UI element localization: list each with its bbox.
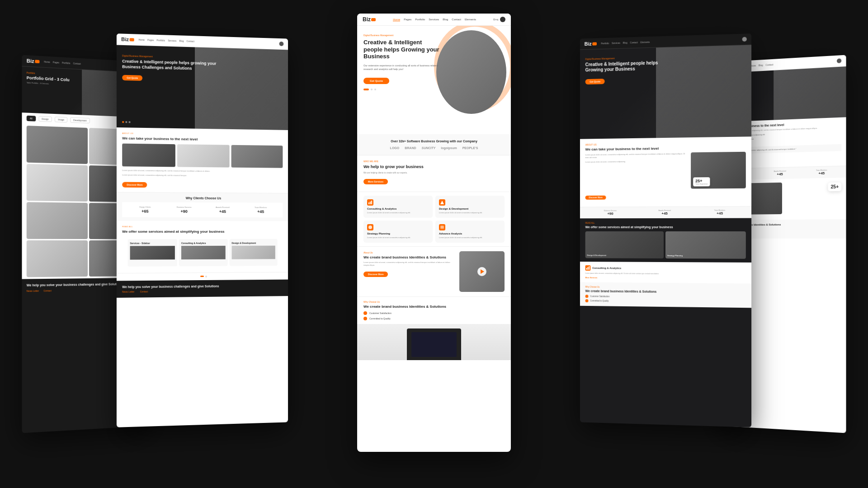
why-bullet <box>363 317 367 320</box>
service-title: Strategy Planning <box>367 232 429 235</box>
center-why-section: Why Choose Us We create brand business I… <box>357 296 511 324</box>
nav-contact[interactable]: Contact <box>452 18 461 21</box>
filter-dev[interactable]: Development <box>70 117 90 123</box>
stat-business: Business Success +90 <box>585 210 636 216</box>
svg-rect-2 <box>371 201 372 204</box>
left-hero: Digital Business Management Creative & I… <box>117 45 288 130</box>
service-analysis: Advance Analysis Lorem ipsum dolor sit a… <box>435 221 505 243</box>
portfolio-item[interactable] <box>27 126 88 164</box>
about-content-row: Lorem ipsum dolor sit amet, consectetur … <box>585 152 746 189</box>
bottom-device-image <box>357 324 511 360</box>
filter-image[interactable]: Image <box>55 117 67 122</box>
about-title: We help to grow your business <box>363 164 505 169</box>
portfolio-item[interactable] <box>27 164 88 202</box>
left-stats: Happy Clients +65 Business Success +90 A… <box>122 202 283 218</box>
consulting-link[interactable]: More Services <box>585 277 746 280</box>
footer-link-contact[interactable]: Contact <box>140 290 148 293</box>
service-strategy: Strategy Planning Lorem ipsum dolor sit … <box>363 221 433 243</box>
right-hero-cta[interactable]: Get Quote <box>585 79 605 84</box>
consulting-icon <box>585 265 591 271</box>
why-title: We create brand business Identities & So… <box>363 305 505 309</box>
nav-link: Services <box>612 42 620 45</box>
why-tag: Why Choose Us <box>585 286 746 290</box>
mockup-right: Biz Portfolio Services Blog Contact Elem… <box>580 33 751 427</box>
about-more-btn[interactable]: More Services <box>363 179 388 184</box>
hero-cta[interactable]: Get Quote <box>122 75 142 81</box>
center-hero: Digital Business Management Creative & I… <box>357 26 511 134</box>
experience-badge: 25+ Years Experience <box>693 177 710 186</box>
service-text: Lorem ipsum dolor sit amet consectetur a… <box>367 236 429 239</box>
center-services-grid: Consulting & Analytics Lorem ipsum dolor… <box>357 192 511 246</box>
nav-portfolio[interactable]: Portfolio <box>415 18 425 21</box>
nav-elements[interactable]: Elements <box>465 18 476 21</box>
nav-link: Home <box>138 38 145 41</box>
hero-tag: Digital Business Management <box>363 34 440 37</box>
about-tag: ABOUT US <box>122 132 283 136</box>
nav-services[interactable]: Services <box>429 18 439 21</box>
why-label: Customer Satisfaction <box>590 296 609 298</box>
left-why: Why Clients Choose Us Happy Clients +65 … <box>117 192 288 221</box>
partner-logo: PEOPLE'S <box>462 146 478 150</box>
why-item-label: Committed to Quality <box>369 317 391 320</box>
filter-design[interactable]: Design <box>38 116 52 122</box>
stat-team: Team Members +45 <box>802 169 841 176</box>
badge-value: 25+ <box>831 184 839 189</box>
consulting-header: Consulting & Analytics <box>585 265 746 272</box>
filter-all[interactable]: All <box>27 116 36 122</box>
service-cards-grid: Design & Development Strategy Planning <box>585 231 746 259</box>
why-bullet <box>585 299 589 302</box>
stat-awards: Awards Received +45 <box>206 206 240 214</box>
mockup-center: Biz Home Pages Portfolio Services Blog C… <box>357 14 511 452</box>
nav-link: Contact <box>630 41 638 44</box>
why-title: Why Clients Choose Us <box>122 196 283 200</box>
nav-home[interactable]: Home <box>393 18 400 21</box>
play-video-btn[interactable] <box>477 267 486 276</box>
right-about: ABOUT US We can take your business to th… <box>580 136 751 206</box>
nav-search[interactable] <box>279 42 284 46</box>
why-item-2: Committed to Quality <box>363 317 505 320</box>
right-hero-content: Digital Business Management Creative & I… <box>585 56 670 84</box>
hero-cta-btn[interactable]: Get Quote <box>363 78 389 84</box>
design-icon <box>439 199 445 206</box>
portfolio-item[interactable] <box>27 240 88 277</box>
about-cta[interactable]: Discover More <box>122 182 147 188</box>
why-bullet <box>585 295 589 298</box>
nav-search[interactable] <box>742 37 747 42</box>
nav-search[interactable] <box>837 58 841 63</box>
mockup-left: Biz Home Pages Portfolio Services Blog C… <box>117 33 288 427</box>
nav-search-btn[interactable] <box>500 17 505 22</box>
discover-more-btn[interactable]: Discover More <box>363 272 388 277</box>
about-title: We can take your business to the next le… <box>122 136 283 143</box>
service-card: Consulting & Analytics <box>179 239 228 266</box>
right-stats: Business Success +90 Awards Received +45… <box>580 206 751 218</box>
left-logo: Biz <box>121 37 134 42</box>
why-title: We create brand business Identities & So… <box>585 290 746 294</box>
right-hero-image <box>656 45 751 138</box>
strategy-icon <box>367 224 373 230</box>
center-logo: Biz <box>363 16 376 23</box>
services-title: We offer some services aimed at simplify… <box>585 225 746 229</box>
nav-blog[interactable]: Blog <box>443 18 448 21</box>
dot-inactive <box>374 89 376 90</box>
footer-link-contact[interactable]: Contact <box>43 289 52 292</box>
hero-content: Digital Business Management Creative & I… <box>122 54 217 83</box>
nav-link: Portfolio <box>157 39 165 42</box>
service-text: Lorem ipsum dolor sit amet consectetur a… <box>367 211 429 214</box>
svg-rect-7 <box>586 268 587 270</box>
nav-pages[interactable]: Pages <box>404 18 411 21</box>
footer-link-newsletter[interactable]: News Letter <box>27 290 39 292</box>
service-card-strategy: Strategy Planning <box>665 231 746 259</box>
right-hero-tag: Digital Business Management <box>585 56 670 61</box>
portfolio-item[interactable] <box>27 202 88 239</box>
discover-more-btn[interactable]: Discover More <box>585 196 606 200</box>
footer-link-newsletter[interactable]: News Letter <box>122 290 134 293</box>
partners-title: Over 32k+ Software Business Growing with… <box>363 140 505 143</box>
hero-subtitle: Our extensive experience in conducting a… <box>363 64 440 71</box>
play-icon <box>481 269 484 274</box>
left-footer: We help you solve your business challeng… <box>117 279 288 297</box>
badge-label: Years Experience <box>695 183 708 185</box>
experience-badge: 25+ <box>828 182 842 191</box>
stat-team: Team Members +45 <box>244 206 278 214</box>
nav-link: Blog <box>623 41 627 44</box>
service-card-label: Design & Development <box>587 254 607 256</box>
